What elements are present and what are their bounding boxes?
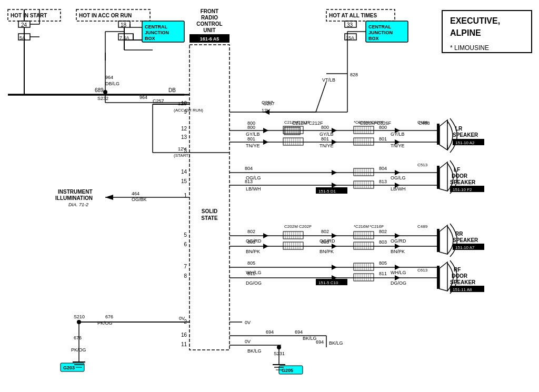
svg-text:C212F: C212F xyxy=(297,120,310,125)
svg-text:LR: LR xyxy=(455,126,463,132)
svg-text:802: 802 xyxy=(247,229,255,234)
diagram-container: EXECUTIVE, ALPINE * LIMOUSINE HOT IN STA… xyxy=(0,0,539,392)
svg-marker-359 xyxy=(395,233,400,238)
svg-text:BOX: BOX xyxy=(368,36,379,41)
svg-text:15: 15 xyxy=(181,178,187,184)
svg-text:OG/LG: OG/LG xyxy=(391,175,406,180)
svg-text:803: 803 xyxy=(379,239,387,245)
svg-text:676: 676 xyxy=(74,335,82,340)
svg-marker-351 xyxy=(332,139,337,145)
svg-text:804: 804 xyxy=(245,166,253,171)
svg-rect-228 xyxy=(354,232,374,239)
svg-text:BK/LG: BK/LG xyxy=(329,340,343,346)
svg-marker-364 xyxy=(395,265,400,270)
svg-text:VT/LB: VT/LB xyxy=(322,77,335,83)
svg-text:C513: C513 xyxy=(417,163,428,167)
svg-marker-360 xyxy=(263,244,268,249)
svg-marker-353 xyxy=(332,170,337,175)
svg-text:RR: RR xyxy=(455,231,463,237)
svg-text:STATE: STATE xyxy=(201,215,218,221)
svg-text:DIA. 71-2: DIA. 71-2 xyxy=(68,202,88,207)
svg-text:*C216M: *C216M xyxy=(354,224,369,229)
svg-text:S210: S210 xyxy=(74,314,85,319)
svg-rect-36 xyxy=(189,45,229,350)
svg-text:G203: G203 xyxy=(63,365,75,370)
svg-text:BN/PK: BN/PK xyxy=(320,249,334,254)
svg-marker-197 xyxy=(440,162,447,191)
svg-marker-348 xyxy=(332,128,337,133)
svg-text:813: 813 xyxy=(379,179,387,184)
svg-marker-363 xyxy=(332,265,337,270)
svg-text:694: 694 xyxy=(266,329,274,335)
svg-text:13: 13 xyxy=(181,134,187,140)
svg-text:805: 805 xyxy=(379,260,387,266)
svg-text:151-10 A7: 151-10 A7 xyxy=(455,245,475,250)
svg-text:689: 689 xyxy=(95,87,104,93)
svg-line-86 xyxy=(316,82,326,112)
svg-text:151-11 A8: 151-11 A8 xyxy=(453,287,472,292)
svg-text:DOOR: DOOR xyxy=(452,273,468,279)
svg-text:6: 6 xyxy=(184,242,187,247)
svg-text:DB: DB xyxy=(168,87,176,93)
svg-text:UNIT: UNIT xyxy=(203,27,215,33)
svg-text:TN/YE: TN/YE xyxy=(246,143,260,148)
svg-text:*C216F: *C216F xyxy=(370,224,384,229)
svg-marker-355 xyxy=(332,183,337,188)
svg-marker-155 xyxy=(440,120,447,150)
svg-text:OG/BK: OG/BK xyxy=(132,197,147,202)
svg-text:TN/YE: TN/YE xyxy=(391,143,405,148)
svg-rect-244 xyxy=(283,242,303,249)
svg-rect-139 xyxy=(354,138,374,145)
svg-text:DG/OG: DG/OG xyxy=(391,280,406,286)
svg-text:0V: 0V xyxy=(245,339,251,344)
svg-text:18: 18 xyxy=(121,22,127,28)
svg-text:802: 802 xyxy=(379,229,387,234)
svg-text:BOX: BOX xyxy=(145,36,155,41)
svg-text:C489: C489 xyxy=(417,224,428,229)
svg-text:PK/OG: PK/OG xyxy=(97,320,113,326)
svg-text:161-6 A5: 161-6 A5 xyxy=(200,36,219,42)
svg-marker-354 xyxy=(395,170,400,175)
svg-rect-130 xyxy=(283,138,303,145)
svg-rect-289 xyxy=(354,274,374,281)
svg-text:800: 800 xyxy=(379,125,387,130)
svg-text:TN/YE: TN/YE xyxy=(320,143,334,148)
svg-text:464: 464 xyxy=(132,191,139,196)
svg-text:16: 16 xyxy=(181,332,187,338)
svg-marker-347 xyxy=(263,128,268,133)
svg-text:SPEAKER: SPEAKER xyxy=(453,132,478,138)
svg-text:(ACC OR RUN): (ACC OR RUN) xyxy=(174,108,203,113)
svg-marker-266 xyxy=(440,225,447,254)
svg-text:DOOR: DOOR xyxy=(452,173,468,179)
svg-text:LB/WH: LB/WH xyxy=(391,186,406,192)
svg-text:SPEAKER: SPEAKER xyxy=(450,179,476,185)
svg-text:151-5 C10: 151-5 C10 xyxy=(318,280,338,285)
svg-rect-169 xyxy=(354,168,374,176)
svg-text:SOLID: SOLID xyxy=(202,208,218,214)
svg-text:BK/LG: BK/LG xyxy=(247,348,262,354)
svg-text:BK/LG: BK/LG xyxy=(303,336,317,341)
svg-text:GY/LB: GY/LB xyxy=(391,132,405,137)
svg-marker-366 xyxy=(395,275,400,280)
svg-marker-361 xyxy=(332,244,337,249)
svg-marker-357 xyxy=(263,233,268,238)
svg-marker-204 xyxy=(105,195,113,200)
svg-text:151-10 F2: 151-10 F2 xyxy=(453,187,472,192)
svg-rect-275 xyxy=(354,263,374,270)
svg-text:802: 802 xyxy=(321,229,329,234)
svg-text:EXECUTIVE,: EXECUTIVE, xyxy=(450,16,500,25)
svg-text:0V: 0V xyxy=(245,320,251,325)
svg-text:LF: LF xyxy=(454,167,460,173)
svg-text:12V: 12V xyxy=(178,101,186,106)
svg-text:G205: G205 xyxy=(282,368,293,373)
svg-text:151-10 A2: 151-10 A2 xyxy=(455,140,475,145)
svg-text:*C326M: *C326M xyxy=(354,120,369,125)
svg-text:JUNCTION: JUNCTION xyxy=(145,30,169,35)
svg-text:805: 805 xyxy=(247,260,255,266)
svg-text:HOT IN ACC OR RUN: HOT IN ACC OR RUN xyxy=(79,13,132,18)
svg-marker-358 xyxy=(332,233,337,238)
svg-text:33: 33 xyxy=(347,22,353,28)
svg-text:800: 800 xyxy=(321,125,329,130)
svg-text:BN/PK: BN/PK xyxy=(246,249,260,254)
svg-text:804: 804 xyxy=(379,166,387,171)
